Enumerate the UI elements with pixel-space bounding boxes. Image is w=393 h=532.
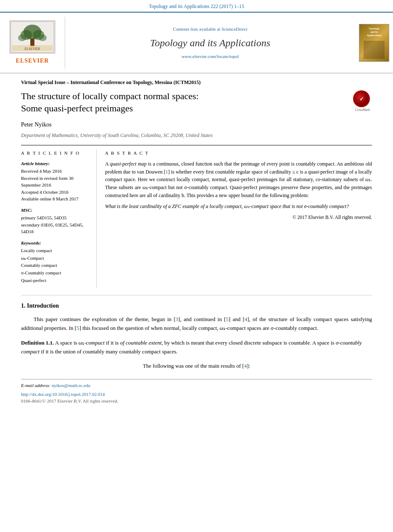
section-divider: [21, 295, 372, 295]
paper-title-text: The structure of locally compact normal …: [21, 90, 349, 114]
sciencedirect-link[interactable]: ScienceDirect: [222, 26, 248, 32]
journal-ref-text: Topology and its Applications 222 (2017)…: [149, 3, 244, 9]
keyword-4: σ-Countably compact: [21, 269, 90, 277]
doi-line[interactable]: http://dx.doi.org/10.1016/j.topol.2017.0…: [21, 391, 372, 398]
article-info-heading: A R T I C L E I N F O: [21, 150, 90, 157]
journal-url-text[interactable]: www.elsevier.com/locate/topol: [182, 53, 239, 60]
journal-header: ELSEVIER ELSEVIER Contents lists availab…: [0, 13, 393, 74]
abstract-main-text: A quasi-perfect map is a continuous, clo…: [105, 160, 372, 199]
keywords-section: Keywords: Locally compact ω₁-Compact Cou…: [21, 240, 90, 284]
special-issue-bold: Virtual Special Issue: [21, 79, 66, 85]
paper-title-block: The structure of locally compact normal …: [21, 90, 372, 114]
special-issue-label: Virtual Special Issue – International Co…: [21, 79, 372, 86]
keyword-3: Countably compact: [21, 262, 90, 269]
main-content: Virtual Special Issue – International Co…: [0, 74, 393, 413]
crossmark-icon: ✓: [353, 90, 370, 107]
abstract-column: A B S T R A C T A quasi-perfect map is a…: [105, 150, 372, 288]
journal-cover-image: Topologyand itsApplications: [355, 17, 393, 68]
elsevier-brand-text: ELSEVIER: [16, 56, 49, 65]
history-heading: Article history:: [21, 160, 90, 167]
special-issue-text: – International Conference on Topology, …: [66, 79, 201, 85]
article-info-column: A R T I C L E I N F O Article history: R…: [21, 150, 97, 288]
journal-name-large: Topology and its Applications: [150, 35, 270, 50]
keyword-5: Quasi-perfect: [21, 277, 90, 284]
available-date: Available online 8 March 2017: [21, 195, 90, 203]
introduction-heading: 1. Introduction: [21, 301, 372, 310]
definition-block: Definition 1.1. A space is ω₁-compact if…: [21, 339, 372, 356]
msc-secondary: secondary 03E05, 03E25, 54D45, 54D18: [21, 221, 90, 235]
email-link[interactable]: nyikos@math.sc.edu: [52, 383, 90, 388]
footnote-section: E-mail address: nyikos@math.sc.edu http:…: [21, 379, 372, 405]
elsevier-tree-logo: ELSEVIER: [9, 20, 55, 54]
contents-text: Contents lists available at: [173, 26, 220, 32]
definition-label: Definition 1.1.: [21, 340, 54, 346]
article-info-abstract-section: A R T I C L E I N F O Article history: R…: [21, 145, 372, 288]
introduction-paragraph: This paper continues the exploration of …: [21, 315, 372, 333]
ref-4-link[interactable]: 4: [245, 316, 248, 322]
email-footnote: E-mail address: nyikos@math.sc.edu: [21, 382, 372, 389]
author-affiliation: Department of Mathematics, University of…: [21, 132, 372, 139]
msc-primary: primary 54D155, 54D35: [21, 214, 90, 221]
journal-title-section: Contents lists available at ScienceDirec…: [65, 17, 355, 68]
following-paragraph: The following was one of the main result…: [21, 362, 372, 371]
svg-point-7: [39, 34, 47, 41]
msc-heading: MSC:: [21, 207, 90, 214]
svg-text:✓: ✓: [359, 96, 364, 102]
abstract-italic-question: What is the least cardinality of a ZFC e…: [105, 203, 372, 211]
msc-section: MSC: primary 54D155, 54D35 secondary 03E…: [21, 207, 90, 235]
accepted-date: Accepted 4 October 2016: [21, 189, 90, 196]
svg-text:ELSEVIER: ELSEVIER: [25, 47, 41, 51]
email-label: E-mail address:: [21, 383, 50, 388]
crossmark-label: CrossMark: [353, 108, 372, 112]
crossmark-badge[interactable]: ✓ CrossMark: [353, 90, 372, 109]
copyright-text: © 2017 Elsevier B.V. All rights reserved…: [105, 214, 372, 221]
ref-5-link[interactable]: 5: [226, 316, 229, 322]
ref-3-link[interactable]: 3: [176, 316, 179, 322]
abstract-text: A quasi-perfect map is a continuous, clo…: [105, 160, 372, 221]
elsevier-logo-section: ELSEVIER ELSEVIER: [0, 17, 65, 68]
author-name: Peter Nyikos: [21, 120, 372, 129]
received-date: Received 4 May 2016: [21, 168, 90, 175]
paper-title-line2: Some quasi-perfect preimages: [21, 103, 349, 115]
keyword-1: Locally compact: [21, 247, 90, 255]
journal-reference-bar: Topology and its Applications 222 (2017)…: [0, 0, 393, 13]
ref-1-link[interactable]: 1: [166, 169, 168, 175]
cover-thumbnail: Topologyand itsApplications: [359, 24, 389, 62]
keyword-2: ω₁-Compact: [21, 255, 90, 262]
svg-rect-5: [30, 39, 34, 46]
paper-title-line1: The structure of locally compact normal …: [21, 90, 349, 103]
keywords-heading: Keywords:: [21, 240, 90, 247]
contents-available-line: Contents lists available at ScienceDirec…: [173, 26, 247, 33]
svg-point-6: [18, 34, 26, 41]
ref-4-link-2[interactable]: 4: [244, 363, 247, 369]
revised-date: Received in revised form 30 September 20…: [21, 175, 90, 189]
abstract-heading: A B S T R A C T: [105, 150, 372, 157]
issn-line: 0166-8641/© 2017 Elsevier B.V. All right…: [21, 398, 372, 405]
article-history-section: Article history: Received 4 May 2016 Rec…: [21, 160, 90, 203]
ref-5-link-2[interactable]: 5: [76, 325, 79, 331]
